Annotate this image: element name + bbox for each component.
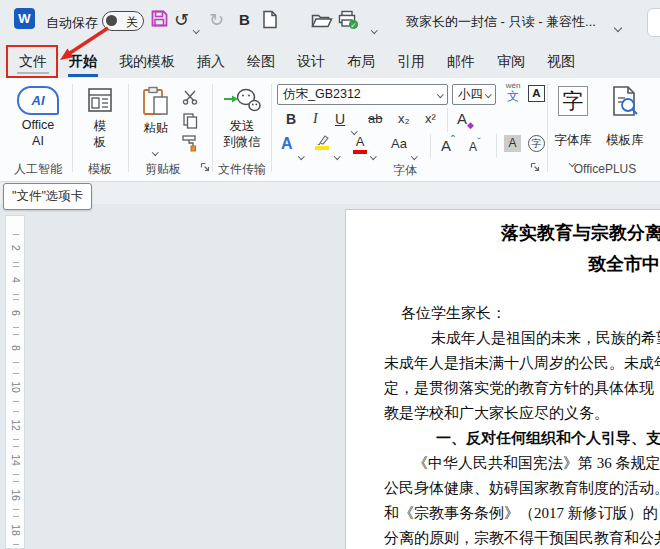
text-highlight-button[interactable] (315, 135, 329, 150)
send-wechat-button[interactable]: 发送 (212, 118, 272, 135)
office-ai-button-line2[interactable]: AI (8, 134, 68, 148)
tab-10[interactable]: 视图 (536, 46, 586, 78)
ribbon: AI Office AI 人工智能 模 板 模板 粘贴 剪贴板 (0, 78, 660, 182)
doc-body-line: 公民身体健康、妨碍国家教育制度的活动。 (384, 479, 660, 498)
italic-button[interactable]: I (313, 111, 318, 127)
doc-body-line: 未成年人是祖国的未来，民族的希望， (431, 329, 660, 348)
tab-3[interactable]: 插入 (186, 46, 236, 78)
template-library-icon[interactable] (608, 85, 640, 117)
phonetic-guide-icon[interactable]: wén 文 (502, 82, 524, 102)
quickbar-dropdown-icon[interactable] (372, 18, 377, 36)
font-name-dropdown-icon[interactable] (437, 91, 443, 97)
tab-2[interactable]: 我的模板 (108, 46, 186, 78)
v-ruler-tick (13, 362, 19, 363)
clear-formatting-button[interactable]: A◆ (457, 110, 474, 130)
font-size-combobox[interactable]: 小四 (452, 84, 496, 105)
cut-icon[interactable] (182, 89, 198, 105)
character-border-icon[interactable]: A (528, 85, 545, 102)
font-color-dropdown-icon[interactable] (371, 144, 376, 162)
v-ruler-tick (13, 516, 19, 517)
group-label-clipboard: 剪贴板 (135, 161, 191, 178)
subscript-button[interactable]: x₂ (398, 111, 410, 126)
file-tab-tooltip: "文件"选项卡 (3, 183, 92, 210)
v-ruler-tick (13, 299, 19, 300)
text-effects-dropdown-icon[interactable] (299, 144, 304, 162)
template-icon[interactable] (87, 87, 113, 113)
doc-body-line: 定，是贯彻落实党的教育方针的具体体现， (384, 379, 660, 398)
font-color-bar (353, 150, 367, 154)
v-ruler-number: 18 (10, 520, 22, 540)
svg-text:✓: ✓ (350, 21, 356, 30)
word-window: W 自动保存 关 ↺ ↻ B ✓ 致家长的一封信 - 只读 - 兼容性... 文… (0, 0, 660, 549)
title-dropdown-icon[interactable] (615, 17, 621, 35)
open-file-icon[interactable] (311, 13, 333, 28)
document-page[interactable]: 落实教育与宗教分离 致全市中 各位学生家长：未成年人是祖国的未来，民族的希望，未… (345, 209, 660, 549)
doc-body-line: 未成年人是指未满十八周岁的公民。未成年 (384, 354, 660, 373)
font-name-combobox[interactable]: 仿宋_GB2312 (277, 84, 448, 105)
tab-7[interactable]: 引用 (386, 46, 436, 78)
document-title: 致家长的一封信 - 只读 - 兼容性... (406, 13, 596, 31)
bold-button[interactable]: B (286, 111, 296, 127)
font-library-icon[interactable]: 字 (558, 86, 588, 116)
change-case-button[interactable]: Aa (391, 136, 407, 151)
paste-dropdown-icon[interactable] (153, 140, 158, 158)
v-ruler-tick (13, 262, 19, 263)
print-icon[interactable]: ✓ (338, 10, 359, 30)
copy-icon[interactable] (182, 112, 198, 129)
character-shading-button[interactable]: A (504, 135, 521, 152)
autosave-state: 关 (126, 14, 138, 31)
v-ruler-tick (13, 411, 19, 412)
v-ruler-number: 12 (10, 415, 22, 435)
grow-font-button[interactable]: Aˆ (441, 134, 455, 154)
office-ai-icon[interactable]: AI (17, 86, 59, 115)
v-ruler-tick (13, 294, 19, 295)
word-logo-icon[interactable]: W (14, 8, 35, 29)
change-case-dropdown-icon[interactable] (412, 144, 417, 162)
group-label-font: 字体 (380, 162, 430, 179)
format-painter-icon[interactable] (181, 134, 199, 152)
template-button-line2[interactable]: 板 (70, 134, 130, 151)
font-color-button[interactable]: A (353, 133, 367, 154)
v-ruler[interactable]: 24681012141618 (5, 215, 25, 549)
doc-heading-line1: 落实教育与宗教分离 (501, 221, 660, 245)
wechat-icon[interactable] (223, 87, 261, 114)
clipboard-dialog-launcher-icon[interactable] (200, 162, 210, 172)
template-library-button[interactable]: 模板库 (600, 132, 650, 149)
v-ruler-tick (13, 439, 19, 440)
paste-icon[interactable] (141, 86, 171, 117)
group-label-template: 模板 (76, 161, 124, 178)
underline-button[interactable]: U (335, 111, 345, 127)
tab-5[interactable]: 设计 (286, 46, 336, 78)
send-wechat-button-line2[interactable]: 到微信 (212, 134, 272, 151)
text-effects-button[interactable]: A (281, 135, 293, 153)
superscript-button[interactable]: x² (425, 111, 436, 126)
new-document-icon[interactable] (262, 10, 278, 29)
paste-button[interactable]: 粘贴 (128, 120, 184, 137)
tab-4[interactable]: 绘图 (236, 46, 286, 78)
titlebar-right-button[interactable] (647, 8, 660, 37)
v-ruler-number: 6 (10, 303, 22, 323)
shrink-font-button[interactable]: Aˇ (469, 136, 481, 154)
tab-6[interactable]: 布局 (336, 46, 386, 78)
undo-icon[interactable]: ↺ (174, 8, 189, 32)
v-ruler-number: 2 (10, 238, 22, 258)
undo-dropdown-icon[interactable] (194, 18, 199, 36)
save-icon[interactable] (150, 9, 169, 28)
enclose-characters-button[interactable]: 字 (528, 135, 545, 152)
template-button[interactable]: 模 (70, 118, 130, 135)
highlight-color-bar (315, 146, 329, 150)
font-library-button[interactable]: 字体库 (548, 132, 598, 149)
annotation-red-box (6, 45, 58, 78)
bold-quick-icon[interactable]: B (239, 11, 250, 28)
highlight-dropdown-icon[interactable] (335, 144, 340, 162)
font-dialog-launcher-icon[interactable] (530, 162, 540, 172)
doc-body-line: 和《宗教事务条例》（2017 新修订版）的 (384, 504, 658, 523)
tab-9[interactable]: 审阅 (486, 46, 536, 78)
font-size-dropdown-icon[interactable] (485, 91, 491, 97)
v-ruler-tick (13, 474, 19, 475)
tab-8[interactable]: 邮件 (436, 46, 486, 78)
redo-icon[interactable]: ↻ (209, 8, 224, 32)
doc-body-line: 《中华人民共和国宪法》第 36 条规定 (413, 454, 660, 473)
strikethrough-button[interactable]: ab (368, 111, 382, 126)
office-ai-button[interactable]: Office (8, 118, 68, 132)
